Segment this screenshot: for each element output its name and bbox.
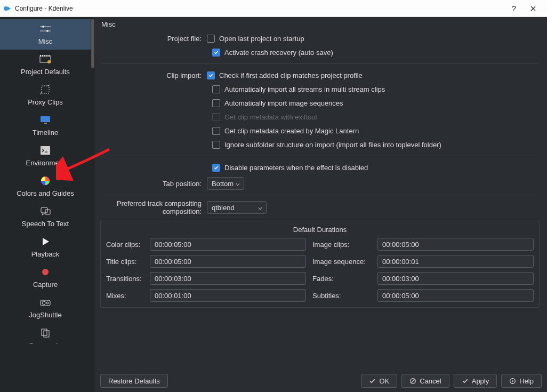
check-icon bbox=[462, 378, 469, 385]
svg-point-11 bbox=[47, 60, 51, 63]
help-button[interactable]: Help bbox=[501, 374, 542, 388]
svg-rect-13 bbox=[41, 116, 50, 122]
sidebar-item-colors-guides[interactable]: Colors and Guides bbox=[0, 171, 91, 202]
svg-rect-8 bbox=[44, 55, 45, 57]
label-subtitles: Subtitles: bbox=[312, 292, 371, 300]
checkbox-magic-lantern[interactable] bbox=[212, 127, 220, 135]
sidebar-item-capture[interactable]: Capture bbox=[0, 262, 91, 293]
sidebar-item-misc[interactable]: Misc bbox=[0, 19, 91, 50]
sidebar-label: Project Defaults bbox=[21, 68, 70, 76]
label-image-clips: Image clips: bbox=[312, 241, 371, 249]
sidebar-label: Colors and Guides bbox=[17, 189, 74, 197]
sidebar-label: Misc bbox=[38, 37, 53, 45]
svg-rect-25 bbox=[44, 331, 49, 337]
label-color-clips: Color clips: bbox=[106, 241, 143, 249]
separator bbox=[102, 156, 537, 156]
checkbox-label: Ignore subfolder structure on import (im… bbox=[224, 141, 441, 149]
select-value: Bottom bbox=[212, 180, 234, 188]
play-icon bbox=[41, 235, 50, 248]
window-title: Configure - Kdenlive bbox=[15, 5, 73, 12]
ok-button[interactable]: OK bbox=[361, 374, 397, 388]
checkbox-open-last[interactable] bbox=[207, 35, 215, 43]
sidebar-item-transcode[interactable]: Transcode bbox=[0, 323, 91, 354]
select-compositing[interactable]: qtblend bbox=[207, 201, 267, 214]
checkbox-label: Open last project on startup bbox=[219, 35, 304, 43]
svg-rect-7 bbox=[42, 55, 43, 57]
terminal-icon bbox=[40, 144, 51, 157]
svg-rect-15 bbox=[41, 146, 50, 155]
cancel-icon bbox=[409, 378, 416, 385]
label-project-file: Project file: bbox=[100, 35, 207, 43]
label-compositing: Preferred track compositing composition: bbox=[100, 199, 207, 215]
checkbox-auto-streams[interactable] bbox=[212, 85, 220, 93]
label-clip-import: Clip import: bbox=[100, 71, 207, 79]
sidebar-item-project-defaults[interactable]: Project Defaults bbox=[0, 50, 91, 80]
chevron-down-icon bbox=[235, 181, 240, 186]
svg-point-23 bbox=[46, 302, 49, 304]
jog-icon bbox=[39, 296, 51, 309]
sidebar-label: Transcode bbox=[29, 341, 62, 349]
separator bbox=[102, 195, 537, 195]
input-mixes[interactable]: 00:00:01:00 bbox=[150, 289, 306, 302]
svg-rect-12 bbox=[42, 86, 49, 93]
input-image-clips[interactable]: 00:00:05:00 bbox=[377, 238, 534, 251]
sidebar-item-environment[interactable]: Environment bbox=[0, 141, 91, 171]
sidebar-label: Playback bbox=[31, 250, 60, 258]
button-label: Restore Defaults bbox=[108, 377, 160, 385]
panel-title: Misc bbox=[101, 20, 542, 28]
input-transitions[interactable]: 00:00:03:00 bbox=[150, 272, 306, 285]
monitor-icon bbox=[39, 114, 51, 126]
apply-button[interactable]: Apply bbox=[454, 374, 497, 388]
sidebar-item-timeline[interactable]: Timeline bbox=[0, 110, 91, 141]
record-icon bbox=[41, 266, 50, 278]
sidebar-scrollbar[interactable] bbox=[91, 17, 95, 392]
svg-line-27 bbox=[412, 379, 415, 383]
app-icon bbox=[3, 4, 12, 13]
help-window-button[interactable]: ? bbox=[504, 0, 524, 17]
checkbox-ignore-subfolder[interactable] bbox=[212, 141, 220, 149]
button-label: Help bbox=[519, 377, 534, 385]
button-label: OK bbox=[379, 377, 389, 385]
checkbox-label: Check if first added clip matches projec… bbox=[219, 71, 363, 79]
label-mixes: Mixes: bbox=[106, 292, 143, 300]
checkbox-exiftool bbox=[212, 113, 220, 121]
input-fades[interactable]: 00:00:03:00 bbox=[377, 272, 534, 285]
label-title-clips: Title clips: bbox=[106, 258, 143, 266]
sliders-icon bbox=[39, 22, 52, 35]
checkbox-auto-image-seq[interactable] bbox=[212, 99, 220, 107]
checkbox-label: Activate crash recovery (auto save) bbox=[224, 49, 333, 57]
select-tab-position[interactable]: Bottom bbox=[207, 177, 244, 190]
titlebar: Configure - Kdenlive ? bbox=[0, 0, 547, 17]
sidebar-item-playback[interactable]: Playback bbox=[0, 232, 91, 262]
input-image-sequence[interactable]: 00:00:00:01 bbox=[377, 255, 534, 268]
checkbox-crash-recovery[interactable] bbox=[212, 49, 220, 57]
label-transitions: Transitions: bbox=[106, 275, 143, 283]
input-color-clips[interactable]: 00:00:05:00 bbox=[150, 238, 306, 251]
close-window-button[interactable] bbox=[524, 0, 543, 17]
checkbox-label: Get clip metadata with exiftool bbox=[224, 113, 317, 121]
checkbox-disable-params[interactable] bbox=[212, 164, 220, 172]
svg-point-0 bbox=[4, 6, 8, 11]
button-label: Cancel bbox=[420, 377, 441, 385]
restore-defaults-button[interactable]: Restore Defaults bbox=[100, 374, 168, 388]
input-title-clips[interactable]: 00:00:05:00 bbox=[150, 255, 306, 268]
chevron-down-icon bbox=[258, 205, 263, 210]
sidebar-item-proxy-clips[interactable]: Proxy Clips bbox=[0, 80, 91, 110]
cancel-button[interactable]: Cancel bbox=[401, 374, 449, 388]
sidebar-label: Capture bbox=[33, 281, 58, 289]
copy-icon bbox=[41, 326, 50, 339]
input-subtitles[interactable]: 00:00:05:00 bbox=[377, 289, 534, 302]
svg-rect-10 bbox=[49, 55, 50, 57]
sidebar-label: Proxy Clips bbox=[28, 98, 63, 106]
checkbox-check-profile[interactable] bbox=[207, 71, 215, 79]
sidebar-item-jogshuttle[interactable]: JogShuttle bbox=[0, 293, 91, 323]
check-icon bbox=[369, 378, 376, 385]
help-icon bbox=[509, 378, 516, 385]
svg-rect-6 bbox=[40, 55, 41, 57]
sidebar-item-speech-to-text[interactable]: Speech To Text bbox=[0, 202, 91, 232]
svg-rect-14 bbox=[44, 123, 47, 124]
svg-rect-24 bbox=[42, 329, 47, 335]
checkbox-label: Automatically import all streams in mult… bbox=[224, 85, 385, 93]
checkbox-label: Disable parameters when the effect is di… bbox=[224, 164, 368, 172]
speech-icon bbox=[40, 205, 51, 218]
